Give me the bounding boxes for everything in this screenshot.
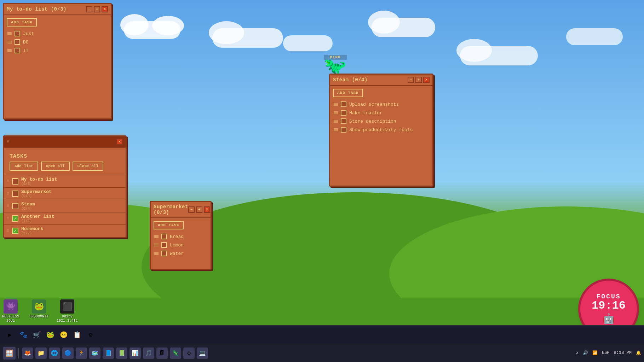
taskbar-icon-blue2[interactable]: 📘 [103, 348, 114, 359]
list-item-steam-drag[interactable]: ⠿ [7, 204, 9, 208]
steam-maximize-btn[interactable]: + [415, 77, 422, 83]
list-item-supermarket-info: Supermarket (0/3) [21, 189, 123, 198]
list-item-todo-count: (0/3) [21, 182, 123, 186]
taskbar-icon-web[interactable]: 🌐 [49, 348, 60, 359]
list-item-todo-checkbox[interactable] [12, 178, 18, 185]
steam-close-btn[interactable]: × [423, 77, 430, 83]
steam-task-4-drag[interactable] [334, 128, 338, 131]
list-item-supermarket-drag[interactable]: ⠿ [7, 192, 9, 196]
focus-icon: 🤖 [603, 313, 615, 325]
app-bar-face-icon[interactable]: 😐 [58, 329, 69, 340]
taskbar-icon-map[interactable]: 🗺️ [89, 348, 100, 359]
list-item-homework-checkbox[interactable]: ✓ [12, 228, 18, 234]
steam-task-4-checkbox[interactable] [341, 127, 346, 133]
tasks-manager-close-btn[interactable]: × [116, 139, 123, 145]
list-item-another-count: (1/1) [21, 219, 123, 223]
app-bar-frog-icon[interactable]: 🐸 [45, 329, 56, 340]
todo-close-btn[interactable]: × [102, 6, 108, 12]
list-item-steam[interactable]: ⠿ Steam (0/4) [4, 200, 126, 212]
supermarket-task-1-drag[interactable] [154, 235, 159, 238]
supermarket-task-3-drag[interactable] [154, 252, 159, 255]
app-bar-cart-icon[interactable]: 🛒 [31, 329, 42, 340]
app-bar-play-btn[interactable]: ▶ [4, 329, 16, 340]
close-all-btn[interactable]: Close all [73, 162, 103, 171]
desktop-icon-label-unity: Unity2021.3.4f1 [57, 315, 78, 323]
list-item-supermarket-checkbox[interactable] [12, 191, 18, 197]
todo-controls: − + × [86, 6, 108, 12]
todo-task-2-checkbox[interactable] [15, 39, 20, 45]
taskbar-volume-icon[interactable]: 🔊 [583, 350, 588, 356]
steam-task-1-checkbox[interactable] [341, 101, 346, 107]
steam-task-3-checkbox[interactable] [341, 118, 346, 124]
list-item-homework[interactable]: ⠿ ✓ Homework (2/2) [4, 224, 126, 237]
taskbar-icon-files[interactable]: 📁 [35, 348, 47, 359]
todo-task-1-drag[interactable] [7, 32, 12, 35]
list-item-supermarket[interactable]: ⠿ Supermarket (0/3) [4, 187, 126, 200]
desktop-icon-label-restless: RESTLESSSOUL [2, 315, 19, 323]
list-item-another[interactable]: ⠿ ✓ Another list (1/1) [4, 212, 126, 224]
list-item-todo[interactable]: ⠿ My to-do list (0/3) [4, 175, 126, 187]
taskbar-expand-icon[interactable]: ∧ [576, 350, 579, 356]
taskbar-icon-calc[interactable]: 🖩 [156, 348, 168, 359]
steam-add-task-btn[interactable]: ADD TASK [333, 89, 363, 97]
desktop-icon-unity[interactable]: ⬛ Unity2021.3.4f1 [57, 299, 78, 323]
desktop-icon-froggonit[interactable]: 🐸 FROGGONIT [28, 299, 50, 323]
steam-window: Steam (0/4) − + × ADD TASK Upload screen… [329, 74, 433, 187]
taskbar-wifi-icon[interactable]: 📶 [592, 350, 598, 356]
supermarket-maximize-btn[interactable]: + [196, 206, 202, 213]
steam-minimize-btn[interactable]: − [408, 77, 414, 83]
list-item-another-checkbox[interactable]: ✓ [12, 215, 18, 222]
list-item-another-drag[interactable]: ⠿ [7, 216, 9, 221]
desktop-icon-label-froggonit: FROGGONIT [29, 315, 48, 319]
todo-task-1-checkbox[interactable] [15, 31, 20, 36]
list-item-homework-drag[interactable]: ⠿ [7, 229, 9, 233]
todo-task-3-checkbox[interactable] [15, 48, 20, 53]
supermarket-minimize-btn[interactable]: − [188, 206, 195, 213]
supermarket-task-3-checkbox[interactable] [161, 251, 167, 256]
list-item-another-info: Another list (1/1) [21, 214, 123, 223]
supermarket-task-2-label: Lemon [170, 243, 184, 248]
list-item-steam-info: Steam (0/4) [21, 202, 123, 211]
app-bar-list-icon[interactable]: 📋 [71, 329, 83, 340]
desktop-icon-restless[interactable]: 👾 RESTLESSSOUL [0, 299, 21, 323]
list-item-another-name: Another list [21, 214, 123, 219]
todo-maximize-btn[interactable]: + [94, 6, 100, 12]
list-item-todo-drag[interactable]: ⠿ [7, 179, 9, 183]
supermarket-task-2-drag[interactable] [154, 244, 159, 246]
steam-controls: − + × [408, 77, 430, 83]
supermarket-add-task-btn[interactable]: ADD TASK [154, 221, 184, 229]
taskbar-time: 8:18 PM [614, 350, 632, 356]
taskbar-icon-green[interactable]: 📗 [116, 348, 127, 359]
taskbar-icon-lizard[interactable]: 🦎 [170, 348, 181, 359]
taskbar-icon-runner[interactable]: 🏃 [76, 348, 87, 359]
taskbar-icon-music[interactable]: 🎵 [143, 348, 154, 359]
todo-add-task-btn[interactable]: ADD TASK [7, 18, 37, 27]
todo-minimize-btn[interactable]: − [86, 6, 92, 12]
todo-task-3-drag[interactable] [7, 49, 12, 52]
open-all-btn[interactable]: Open all [41, 162, 70, 171]
taskbar-right: ∧ 🔊 📶 ESP 8:18 PM 🔔 [576, 350, 641, 356]
taskbar-start-btn[interactable]: 🪟 [3, 347, 16, 360]
steam-task-2-drag[interactable] [334, 111, 338, 114]
steam-task-3-drag[interactable] [334, 120, 338, 123]
supermarket-task-1-checkbox[interactable] [161, 234, 167, 239]
todo-task-2-drag[interactable] [7, 41, 12, 43]
todo-titlebar: My to-do list (0/3) − + × [4, 4, 111, 15]
app-bar-settings-icon[interactable]: ⚙ [85, 329, 96, 340]
supermarket-task-2-checkbox[interactable] [161, 242, 167, 248]
taskbar-icon-dev[interactable]: 💻 [197, 348, 208, 359]
list-item-steam-checkbox[interactable] [12, 203, 18, 209]
tasks-manager-header: TASKS Add list Open all Close all [4, 148, 126, 175]
supermarket-close-btn[interactable]: × [204, 206, 210, 213]
add-list-btn[interactable]: Add list [10, 162, 38, 171]
taskbar-notification-icon[interactable]: 🔔 [636, 350, 641, 356]
app-bar-paw-icon[interactable]: 🐾 [18, 329, 29, 340]
taskbar-icon-browser[interactable]: 🦊 [22, 348, 33, 359]
steam-task-1-drag[interactable] [334, 103, 338, 106]
tasks-action-row: Add list Open all Close all [7, 162, 123, 174]
taskbar-icon-blue[interactable]: 🔵 [62, 348, 74, 359]
steam-task-2-checkbox[interactable] [341, 110, 346, 116]
supermarket-controls: − + × [188, 206, 210, 213]
taskbar-icon-excel[interactable]: 📊 [130, 348, 141, 359]
taskbar-icon-settings[interactable]: ⚙️ [183, 348, 195, 359]
